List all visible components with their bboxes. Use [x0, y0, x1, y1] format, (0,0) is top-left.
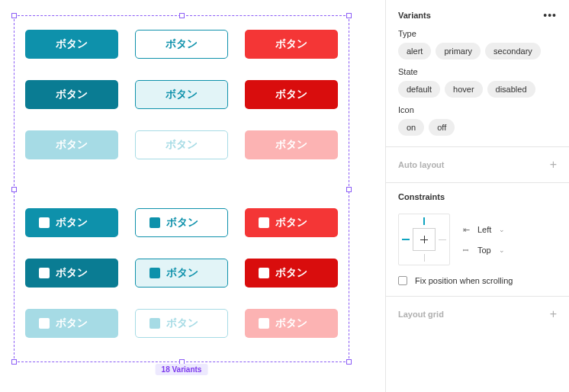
button-label: ボタン: [166, 316, 198, 330]
button-variant[interactable]: ボタン: [25, 259, 118, 288]
button-variant[interactable]: ボタン: [25, 309, 118, 338]
resize-handle[interactable]: [11, 359, 17, 365]
constraint-vertical-dropdown[interactable]: I Top ⌄: [461, 246, 505, 255]
button-variant[interactable]: ボタン: [245, 259, 338, 288]
variant-property-label: Icon: [398, 105, 557, 114]
constraint-horizontal-value: Left: [477, 225, 491, 234]
align-top-icon: I: [461, 245, 471, 255]
button-leading-icon: [39, 217, 50, 228]
constraint-horizontal-dropdown[interactable]: ⇤ Left ⌄: [461, 225, 505, 235]
button-leading-icon: [39, 318, 50, 329]
button-variant[interactable]: ボタン: [25, 208, 118, 237]
section-title-layout-grid: Layout grid: [398, 310, 444, 319]
layout-grid-section[interactable]: Layout grid +: [386, 297, 569, 332]
more-icon[interactable]: •••: [543, 9, 557, 21]
button-label: ボタン: [275, 37, 307, 51]
plus-icon[interactable]: +: [550, 307, 557, 321]
section-title-auto-layout: Auto layout: [398, 160, 445, 169]
button-variant[interactable]: ボタン: [135, 30, 228, 59]
resize-handle[interactable]: [11, 13, 17, 18]
properties-panel: Variants ••• TypealertprimarysecondarySt…: [385, 0, 569, 392]
button-variant[interactable]: ボタン: [245, 130, 338, 159]
button-label: ボタン: [56, 316, 88, 330]
variant-value-pill[interactable]: primary: [436, 43, 481, 59]
auto-layout-section[interactable]: Auto layout +: [386, 147, 569, 183]
chevron-down-icon: ⌄: [499, 246, 505, 254]
button-leading-icon: [259, 217, 269, 228]
button-label: ボタン: [56, 138, 88, 152]
resize-handle[interactable]: [346, 187, 352, 192]
variant-value-pill[interactable]: default: [398, 81, 440, 98]
variant-property-label: Type: [398, 29, 557, 38]
constraint-vertical-value: Top: [477, 246, 491, 255]
component-set-frame[interactable]: ボタンボタンボタンボタンボタンボタンボタンボタンボタンボタンボタンボタンボタンボ…: [14, 15, 349, 362]
variant-value-pill[interactable]: off: [429, 119, 455, 136]
variant-value-pill[interactable]: hover: [445, 81, 483, 98]
resize-handle[interactable]: [179, 13, 185, 18]
variant-property-label: State: [398, 67, 557, 76]
constraints-section: Constraints ⇤ Left ⌄ I Top: [386, 183, 569, 297]
button-label: ボタン: [56, 266, 88, 280]
button-leading-icon: [259, 318, 269, 329]
button-variant[interactable]: ボタン: [245, 208, 338, 237]
button-leading-icon: [259, 268, 269, 278]
button-variant[interactable]: ボタン: [135, 80, 228, 109]
button-variant[interactable]: ボタン: [135, 309, 228, 338]
button-label: ボタン: [56, 88, 88, 101]
variants-section: Variants ••• TypealertprimarysecondarySt…: [386, 0, 569, 147]
button-variant[interactable]: ボタン: [25, 80, 118, 109]
button-label: ボタン: [56, 37, 88, 51]
section-title-variants: Variants: [398, 11, 431, 20]
button-leading-icon: [149, 268, 160, 278]
variant-count-badge: 18 Variants: [156, 364, 208, 375]
button-variant[interactable]: ボタン: [25, 130, 118, 159]
button-variant[interactable]: ボタン: [135, 259, 228, 288]
resize-handle[interactable]: [11, 187, 17, 192]
button-leading-icon: [149, 318, 160, 329]
variant-value-pill[interactable]: on: [398, 119, 424, 136]
fix-position-label: Fix position when scrolling: [415, 276, 513, 285]
variant-value-pill[interactable]: secondary: [485, 43, 541, 59]
button-label: ボタン: [166, 216, 198, 230]
button-variant[interactable]: ボタン: [25, 30, 118, 59]
button-label: ボタン: [166, 266, 198, 280]
fix-position-checkbox[interactable]: [398, 276, 407, 285]
variant-value-pill[interactable]: disabled: [487, 81, 535, 98]
button-label: ボタン: [275, 138, 307, 152]
resize-handle[interactable]: [346, 359, 352, 365]
button-leading-icon: [39, 268, 50, 278]
plus-icon[interactable]: +: [550, 158, 557, 172]
constraints-widget[interactable]: [398, 214, 450, 265]
button-label: ボタン: [275, 316, 307, 330]
button-variant[interactable]: ボタン: [245, 309, 338, 338]
variant-value-pill[interactable]: alert: [398, 43, 431, 59]
chevron-down-icon: ⌄: [499, 226, 505, 233]
align-left-icon: ⇤: [461, 225, 471, 235]
button-variant[interactable]: ボタン: [245, 30, 338, 59]
button-variant[interactable]: ボタン: [245, 80, 338, 109]
button-label: ボタン: [166, 37, 198, 51]
resize-handle[interactable]: [346, 13, 352, 18]
button-variant[interactable]: ボタン: [135, 208, 228, 237]
button-label: ボタン: [166, 138, 198, 152]
button-leading-icon: [149, 217, 160, 228]
button-label: ボタン: [275, 88, 307, 101]
section-title-constraints: Constraints: [398, 192, 445, 201]
button-label: ボタン: [166, 88, 198, 101]
button-variant[interactable]: ボタン: [135, 130, 228, 159]
button-label: ボタン: [56, 216, 88, 230]
canvas[interactable]: ボタンボタンボタンボタンボタンボタンボタンボタンボタンボタンボタンボタンボタンボ…: [0, 0, 385, 392]
button-label: ボタン: [275, 216, 307, 230]
button-label: ボタン: [275, 266, 307, 280]
